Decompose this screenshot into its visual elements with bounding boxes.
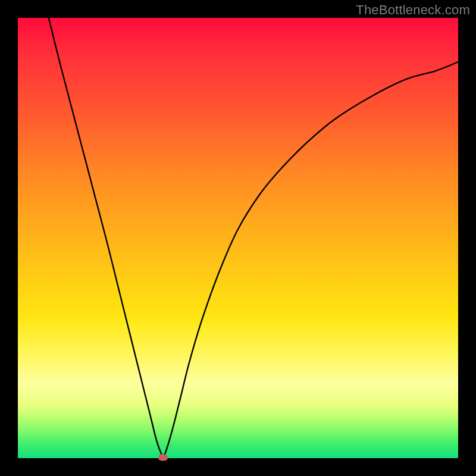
watermark-text: TheBottleneck.com: [356, 2, 470, 18]
curve-left-branch: [49, 18, 163, 458]
curve-right-branch: [163, 62, 458, 458]
bottleneck-curve: [18, 18, 458, 458]
vertex-marker: [158, 454, 168, 461]
plot-area: [18, 18, 458, 458]
chart-frame: TheBottleneck.com: [0, 0, 476, 476]
